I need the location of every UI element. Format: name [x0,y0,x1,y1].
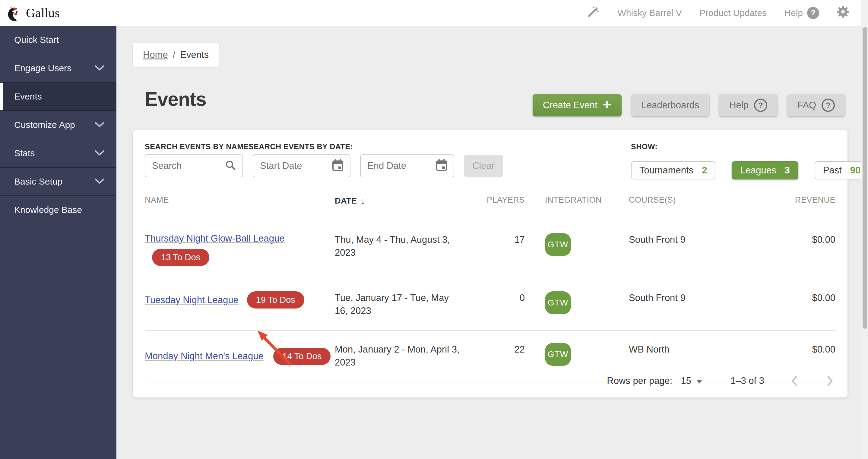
chip-count: 3 [784,165,789,176]
magic-wand-icon[interactable] [587,5,600,21]
chip-leagues[interactable]: Leagues 3 [732,161,798,179]
event-integration-cell: GTW [525,343,629,366]
help-link[interactable]: Help ? [784,7,819,19]
gtw-integration-badge[interactable]: GTW [545,343,571,366]
chevron-down-icon [95,63,104,73]
rows-per-page-label: Rows per page: [607,375,672,386]
todo-badge[interactable]: 13 To Dos [152,249,209,266]
column-header-revenue[interactable]: REVENUE [733,195,835,207]
gtw-integration-badge[interactable]: GTW [545,291,571,314]
event-name-cell: Tuesday Night League 19 To Dos [145,291,335,308]
chevron-down-icon [95,148,104,158]
event-name-cell: Thursday Night Glow-Ball League 13 To Do… [145,233,335,266]
help-button[interactable]: Help ? [719,94,777,116]
chip-tournaments[interactable]: Tournaments 2 [631,161,715,179]
event-name-cell: Monday Night Men's League 14 To Dos [145,343,335,365]
gear-icon[interactable] [837,5,849,20]
column-header-players[interactable]: PLAYERS [486,195,525,207]
search-by-name-label: SEARCH EVENTS BY NAME: [145,142,251,151]
calendar-icon[interactable] [435,159,447,173]
product-updates-link[interactable]: Product Updates [700,8,767,18]
event-players-cell: 0 [486,291,525,303]
annotation-arrow [255,329,298,369]
help-filled-question-icon: ? [807,7,819,19]
event-revenue-cell: $0.00 [733,291,835,303]
show-label: SHOW: [631,142,868,151]
table-row: Thursday Night Glow-Ball League 13 To Do… [145,216,835,279]
event-players-cell: 17 [486,233,525,245]
event-date-cell: Thu, May 4 - Thu, August 3, 2023 [335,233,472,259]
page-title: Events [145,88,206,111]
sort-descending-icon: ↓ [361,195,366,207]
rooster-logo-icon [5,4,22,22]
create-event-button[interactable]: Create Event + [533,94,622,116]
breadcrumb: Home / Events [133,43,219,67]
column-header-date[interactable]: DATE ↓ [335,195,486,207]
sidebar-item-basic-setup[interactable]: Basic Setup [0,168,116,196]
sidebar-item-quick-start[interactable]: Quick Start [0,26,116,54]
breadcrumb-current: Events [180,50,209,60]
scrollbar-track[interactable] [861,0,868,459]
event-integration-cell: GTW [525,291,629,314]
previous-page-icon[interactable] [789,375,800,387]
end-date-input[interactable] [367,160,435,172]
question-circle-icon: ? [754,99,767,112]
event-link[interactable]: Tuesday Night League [145,295,239,306]
rows-per-page-select[interactable]: 15 [681,375,703,386]
event-players-cell: 22 [486,343,525,355]
table-row: Tuesday Night League 19 To Dos Tue, Janu… [145,279,835,331]
top-bar: Gallus Whisky Barrel V Product Updates H… [0,0,868,26]
faq-button[interactable]: FAQ ? [787,94,845,116]
plus-icon: + [603,97,611,112]
brand-name: Gallus [26,6,60,20]
sidebar-item-customize-app[interactable]: Customize App [0,111,116,139]
action-buttons: Create Event + Leaderboards Help ? FAQ ? [533,94,845,116]
event-link[interactable]: Thursday Night Glow-Ball League [145,233,285,244]
chip-count: 90 [850,165,861,176]
event-revenue-cell: $0.00 [733,233,835,245]
chevron-down-icon [95,120,104,130]
gtw-integration-badge[interactable]: GTW [545,233,571,256]
event-courses-cell: South Front 9 [629,291,733,303]
next-page-icon[interactable] [825,375,835,387]
end-date-wrapper [360,154,454,177]
pagination-range: 1–3 of 3 [731,375,764,386]
search-input-wrapper [145,154,243,177]
table-header-row: NAME DATE ↓ PLAYERS INTEGRATION COURSE(S… [145,191,835,216]
clear-button[interactable]: Clear [464,155,503,177]
show-filter-group: SHOW: Tournaments 2 Leagues 3 Past 90 [631,142,868,179]
leaderboards-button[interactable]: Leaderboards [631,94,709,116]
sidebar-item-engage-users[interactable]: Engage Users [0,54,116,83]
event-revenue-cell: $0.00 [733,343,835,355]
breadcrumb-home-link[interactable]: Home [143,50,168,60]
main-content: Home / Events Events Create Event + Lead… [116,26,868,459]
calendar-icon[interactable] [332,159,344,173]
column-header-courses[interactable]: COURSE(S) [629,195,733,207]
sidebar-item-knowledge-base[interactable]: Knowledge Base [0,196,116,224]
search-icon [224,159,237,173]
column-header-integration[interactable]: INTEGRATION [525,195,629,207]
scrollbar-thumb[interactable] [863,27,867,329]
start-date-wrapper [253,154,350,177]
sidebar-item-events[interactable]: Events [0,83,116,111]
event-courses-cell: WB North [629,343,733,355]
start-date-input[interactable] [259,160,332,172]
sidebar-item-stats[interactable]: Stats [0,139,116,168]
events-table: NAME DATE ↓ PLAYERS INTEGRATION COURSE(S… [145,191,835,382]
chip-count: 2 [702,165,707,176]
event-date-cell: Tue, January 17 - Tue, May 16, 2023 [335,291,472,317]
events-card: SEARCH EVENTS BY NAME: SEARCH EVENTS BY … [133,130,847,397]
venue-selector[interactable]: Whisky Barrel V [617,8,682,18]
event-integration-cell: GTW [525,233,629,256]
breadcrumb-separator: / [173,50,176,60]
brand-logo[interactable]: Gallus [0,4,60,22]
chip-past[interactable]: Past 90 [815,161,868,179]
event-link[interactable]: Monday Night Men's League [145,351,264,361]
search-input[interactable] [151,160,224,172]
column-header-name[interactable]: NAME [145,195,335,207]
pagination: Rows per page: 15 1–3 of 3 [145,364,835,397]
event-courses-cell: South Front 9 [629,233,733,245]
question-circle-icon: ? [822,99,835,112]
search-by-date-label: SEARCH EVENTS BY DATE: [249,142,353,151]
todo-badge[interactable]: 19 To Dos [247,291,304,308]
